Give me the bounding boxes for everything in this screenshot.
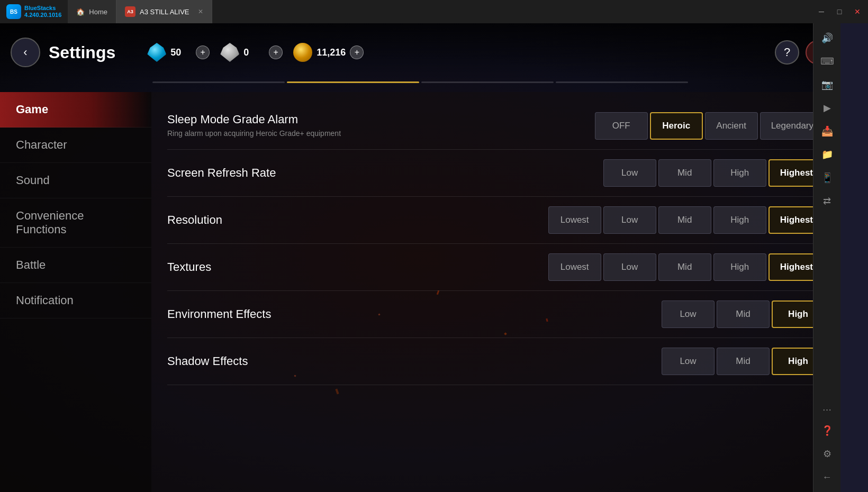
resolution-label: Resolution — [167, 213, 358, 227]
tab-nav-3[interactable] — [556, 81, 688, 83]
textures-high-button[interactable]: High — [713, 253, 766, 281]
bluestacks-logo: BS BlueStacks 4.240.20.1016 — [0, 0, 68, 23]
titlebar-left: BS BlueStacks 4.240.20.1016 🏠 Home A3 A3… — [0, 0, 212, 23]
silver-diamond-add-button[interactable]: + — [269, 45, 283, 59]
help-sidebar-button[interactable]: ❓ — [817, 420, 838, 441]
blue-diamond-icon — [147, 43, 166, 62]
right-sidebar: 🔊 ⌨ 📷 ▶ 📥 📁 📱 ⇄ … ❓ ⚙ ← — [813, 23, 840, 492]
sidebar-item-battle[interactable]: Battle — [0, 248, 151, 283]
resolution-low-button[interactable]: Low — [603, 206, 656, 234]
sidebar-item-convenience[interactable]: Convenience Functions — [0, 198, 151, 248]
resolution-mid-button[interactable]: Mid — [658, 206, 711, 234]
blue-diamond-currency: 50 + — [147, 43, 210, 62]
env-effects-low-button[interactable]: Low — [662, 300, 715, 328]
resolution-lowest-button[interactable]: Lowest — [548, 206, 601, 234]
gold-coin-currency: 11,216 + — [293, 43, 364, 62]
keyboard-button[interactable]: ⌨ — [817, 51, 838, 72]
titlebar-controls: ─ □ ✕ — [813, 3, 868, 20]
refresh-rate-mid-button[interactable]: Mid — [658, 159, 711, 187]
gold-coin-add-button[interactable]: + — [350, 45, 364, 59]
blue-diamond-add-button[interactable]: + — [196, 45, 210, 59]
silver-diamond-currency: 0 + — [220, 43, 283, 62]
textures-label: Textures — [167, 260, 358, 274]
gold-coin-icon — [293, 43, 312, 62]
back-sidebar-button[interactable]: ← — [817, 467, 838, 488]
setting-sleep-mode: Sleep Mode Grade Alarm Ring alarm upon a… — [167, 103, 825, 150]
back-button[interactable]: ‹ — [11, 38, 40, 67]
minimize-button[interactable]: ─ — [813, 3, 830, 20]
sidebar-item-sound[interactable]: Sound — [0, 163, 151, 198]
refresh-rate-label: Screen Refresh Rate — [167, 166, 358, 180]
download-button[interactable]: 📥 — [817, 121, 838, 142]
resolution-high-button[interactable]: High — [713, 206, 766, 234]
shadow-effects-label-group: Shadow Effects — [167, 354, 358, 368]
silver-diamond-amount: 0 — [243, 47, 265, 58]
window-close-button[interactable]: ✕ — [849, 3, 866, 20]
game-area: ‹ Settings 50 + 0 + 11,216 + ? ✕ — [0, 23, 840, 492]
sidebar-item-notification[interactable]: Notification — [0, 283, 151, 318]
home-icon: 🏠 — [76, 8, 85, 16]
bs-logo-icon: BS — [6, 4, 21, 19]
shadow-effects-low-button[interactable]: Low — [662, 348, 715, 375]
textures-options: Lowest Low Mid High Highest — [358, 253, 825, 281]
game-header: ‹ Settings 50 + 0 + 11,216 + ? ✕ — [0, 23, 840, 81]
resolution-label-group: Resolution — [167, 213, 358, 227]
tab-home[interactable]: 🏠 Home — [68, 0, 116, 23]
a3-tab-icon: A3 — [125, 6, 135, 17]
tab-nav-2[interactable] — [421, 81, 554, 83]
settings-sidebar-button[interactable]: ⚙ — [817, 443, 838, 464]
bs-logo-text: BlueStacks 4.240.20.1016 — [24, 5, 61, 19]
device-button[interactable]: 📱 — [817, 167, 838, 188]
sleep-mode-ancient-button[interactable]: Ancient — [705, 112, 758, 140]
tab-nav-1[interactable] — [287, 81, 419, 83]
maximize-button[interactable]: □ — [831, 3, 848, 20]
settings-title: Settings — [49, 43, 115, 62]
setting-refresh-rate: Screen Refresh Rate Low Mid High Highest — [167, 150, 825, 197]
tab-a3[interactable]: A3 A3 STILL ALIVE ✕ — [116, 0, 212, 23]
silver-diamond-icon — [220, 43, 239, 62]
volume-button[interactable]: 🔊 — [817, 28, 838, 49]
tab-close-icon[interactable]: ✕ — [198, 8, 203, 15]
record-button[interactable]: ▶ — [817, 97, 838, 119]
refresh-rate-options: Low Mid High Highest — [358, 159, 825, 187]
setting-resolution: Resolution Lowest Low Mid High Highest — [167, 197, 825, 244]
setting-textures: Textures Lowest Low Mid High Highest — [167, 244, 825, 291]
shadow-effects-options: Low Mid High — [358, 348, 825, 375]
currency-bar: 50 + 0 + 11,216 + — [147, 43, 364, 62]
left-sidebar: Game Character Sound Convenience Functio… — [0, 92, 151, 492]
refresh-rate-low-button[interactable]: Low — [603, 159, 656, 187]
resolution-options: Lowest Low Mid High Highest — [358, 206, 825, 234]
refresh-rate-high-button[interactable]: High — [713, 159, 766, 187]
blue-diamond-amount: 50 — [170, 47, 192, 58]
folder-button[interactable]: 📁 — [817, 144, 838, 165]
more-button[interactable]: … — [817, 397, 838, 418]
env-effects-label: Environment Effects — [167, 307, 358, 321]
sleep-mode-label: Sleep Mode Grade Alarm — [167, 113, 358, 126]
sleep-mode-heroic-button[interactable]: Heroic — [650, 112, 703, 140]
env-effects-mid-button[interactable]: Mid — [717, 300, 770, 328]
env-effects-label-group: Environment Effects — [167, 307, 358, 321]
refresh-rate-label-group: Screen Refresh Rate — [167, 166, 358, 180]
sidebar-item-game[interactable]: Game — [0, 92, 151, 127]
sidebar-item-character[interactable]: Character — [0, 127, 151, 163]
main-content: Sleep Mode Grade Alarm Ring alarm upon a… — [151, 92, 840, 492]
sleep-mode-off-button[interactable]: OFF — [595, 112, 648, 140]
gold-coin-amount: 11,216 — [317, 47, 346, 58]
textures-lowest-button[interactable]: Lowest — [548, 253, 601, 281]
sleep-mode-desc: Ring alarm upon acquiring Heroic Grade+ … — [167, 129, 347, 139]
screenshot-button[interactable]: 📷 — [817, 74, 838, 95]
sleep-mode-label-group: Sleep Mode Grade Alarm Ring alarm upon a… — [167, 113, 358, 139]
textures-label-group: Textures — [167, 260, 358, 274]
shadow-effects-label: Shadow Effects — [167, 354, 358, 368]
setting-shadow-effects: Shadow Effects Low Mid High — [167, 338, 825, 385]
help-button[interactable]: ? — [775, 40, 799, 65]
setting-environment-effects: Environment Effects Low Mid High — [167, 291, 825, 338]
sync-button[interactable]: ⇄ — [817, 190, 838, 212]
tab-nav — [0, 81, 840, 92]
env-effects-options: Low Mid High — [358, 300, 825, 328]
shadow-effects-mid-button[interactable]: Mid — [717, 348, 770, 375]
tab-nav-0[interactable] — [152, 81, 285, 83]
textures-low-button[interactable]: Low — [603, 253, 656, 281]
textures-mid-button[interactable]: Mid — [658, 253, 711, 281]
titlebar: BS BlueStacks 4.240.20.1016 🏠 Home A3 A3… — [0, 0, 868, 23]
